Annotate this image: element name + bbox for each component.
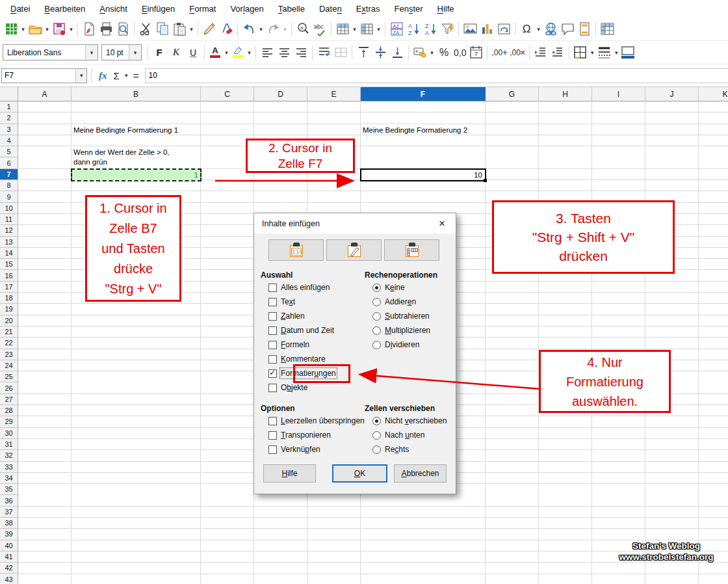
radio-addieren[interactable]: Addieren: [372, 297, 416, 306]
center-vertically-button[interactable]: [372, 44, 389, 62]
formula-input[interactable]: [146, 69, 728, 83]
radio-rechts[interactable]: Rechts: [372, 445, 409, 454]
italic-button[interactable]: K: [168, 44, 185, 62]
name-box-dropdown-arrow[interactable]: ▾: [75, 69, 86, 83]
undo-dropdown-arrow[interactable]: ▾: [257, 26, 265, 33]
row-header-16[interactable]: 16: [0, 270, 18, 281]
paste-formats-only-button[interactable]: [384, 239, 439, 261]
row-header-39[interactable]: 39: [0, 529, 18, 540]
align-center-button[interactable]: [276, 44, 292, 62]
cell-B7[interactable]: 1: [71, 168, 202, 181]
save-dropdown-arrow[interactable]: ▾: [68, 26, 75, 33]
print-preview-button[interactable]: [114, 20, 131, 38]
special-character-button[interactable]: Ω: [518, 20, 535, 38]
comment-button[interactable]: [559, 20, 576, 38]
dialog-titlebar[interactable]: Inhalte einfügen ×: [254, 213, 456, 233]
row-header-36[interactable]: 36: [0, 495, 18, 506]
increase-indent-button[interactable]: [532, 44, 549, 62]
equals-button[interactable]: =: [130, 70, 142, 81]
align-top-button[interactable]: [355, 44, 372, 62]
delete-decimal-button[interactable]: ,00×: [508, 44, 526, 62]
font-name-combobox[interactable]: Liberation Sans ▾: [3, 44, 98, 60]
row-header-21[interactable]: 21: [0, 326, 18, 338]
menu-ansicht[interactable]: Ansicht: [93, 1, 134, 16]
row-header-40[interactable]: 40: [0, 540, 18, 551]
row-header-30[interactable]: 30: [0, 428, 18, 439]
row-header-11[interactable]: 11: [0, 214, 18, 225]
dialog-close-button[interactable]: ×: [428, 213, 456, 233]
checkbox-kommentare[interactable]: Kommentare: [268, 354, 326, 364]
row-header-3[interactable]: 3: [0, 124, 18, 135]
border-style-dropdown-arrow[interactable]: ▾: [613, 49, 620, 56]
copy-button[interactable]: [154, 20, 171, 38]
row-header-20[interactable]: 20: [0, 315, 18, 326]
clone-formatting-button[interactable]: [201, 20, 218, 38]
row-header-43[interactable]: 43: [0, 574, 18, 584]
wrap-text-button[interactable]: [315, 44, 332, 62]
input-line[interactable]: [145, 68, 728, 83]
sort-ascending-button[interactable]: AZ: [405, 20, 422, 38]
redo-button[interactable]: [265, 20, 281, 38]
selection-handle[interactable]: [484, 179, 487, 182]
column-header-B[interactable]: B: [72, 87, 201, 101]
row-header-28[interactable]: 28: [0, 405, 18, 416]
special-character-dropdown-arrow[interactable]: ▾: [535, 26, 542, 33]
cell-B3[interactable]: Meine Bedingte Formatierung 1: [72, 126, 201, 135]
sum-button[interactable]: Σ: [110, 70, 123, 81]
row-header-5[interactable]: 5: [0, 146, 18, 157]
open-button[interactable]: [27, 20, 44, 38]
row-header-2[interactable]: 2: [0, 113, 18, 124]
row-header-6[interactable]: 6: [0, 157, 18, 168]
borders-button[interactable]: [572, 44, 589, 62]
currency-format-button[interactable]: [411, 44, 428, 62]
menu-hilfe[interactable]: Hilfe: [431, 1, 461, 16]
cell-F3[interactable]: Meine Bedingte Formatierung 2: [361, 126, 486, 135]
row-header-17[interactable]: 17: [0, 282, 18, 293]
row-header-12[interactable]: 12: [0, 225, 18, 236]
print-button[interactable]: [98, 20, 114, 38]
font-color-dropdown-arrow[interactable]: ▾: [223, 49, 230, 56]
function-wizard-button[interactable]: fx: [96, 70, 110, 81]
insert-image-button[interactable]: [462, 20, 478, 38]
menu-datei[interactable]: Datei: [4, 1, 36, 16]
column-header-F[interactable]: F: [361, 87, 486, 101]
checkbox-objekte[interactable]: Objekte: [268, 383, 307, 392]
align-bottom-button[interactable]: [389, 44, 406, 62]
row-header-24[interactable]: 24: [0, 360, 18, 371]
menu-bearbeiten[interactable]: Bearbeiten: [38, 1, 92, 16]
column-header-D[interactable]: D: [254, 87, 307, 101]
checkbox-text[interactable]: Text: [268, 297, 295, 306]
row-header-35[interactable]: 35: [0, 484, 18, 495]
find-replace-button[interactable]: a: [294, 20, 311, 38]
help-button[interactable]: Hilfe: [263, 464, 316, 483]
row-header-31[interactable]: 31: [0, 439, 18, 450]
row-header-29[interactable]: 29: [0, 416, 18, 427]
insert-columns-button[interactable]: [358, 20, 375, 38]
font-color-button[interactable]: A: [207, 44, 223, 62]
new-dropdown-arrow[interactable]: ▾: [20, 26, 27, 33]
bold-button[interactable]: F: [151, 44, 168, 62]
checkbox-datum-und-zeit[interactable]: Datum und Zeit: [268, 326, 334, 335]
row-header-4[interactable]: 4: [0, 135, 18, 146]
cell-F7[interactable]: 10: [360, 168, 486, 181]
row-header-42[interactable]: 42: [0, 563, 18, 574]
row-header-10[interactable]: 10: [0, 203, 18, 214]
row-header-1[interactable]: 1: [0, 101, 18, 113]
row-header-18[interactable]: 18: [0, 293, 18, 304]
radio-subtrahieren[interactable]: Subtrahieren: [372, 312, 430, 321]
row-header-22[interactable]: 22: [0, 338, 18, 349]
row-header-23[interactable]: 23: [0, 349, 18, 360]
spelling-button[interactable]: abc: [311, 20, 328, 38]
font-size-combobox[interactable]: 10 pt ▾: [101, 44, 142, 60]
font-name-dropdown-arrow[interactable]: ▾: [85, 45, 98, 60]
menu-vorlagen[interactable]: Vorlagen: [224, 1, 270, 16]
sum-dropdown-arrow[interactable]: ▾: [123, 72, 130, 79]
row-header-32[interactable]: 32: [0, 450, 18, 461]
checkbox-leerzellen-überspringen[interactable]: Leerzellen überspringen: [268, 416, 365, 425]
checkbox-zahlen[interactable]: Zahlen: [268, 312, 305, 321]
cut-button[interactable]: [137, 20, 154, 38]
font-size-dropdown-arrow[interactable]: ▾: [129, 45, 141, 60]
menu-extras[interactable]: Extras: [350, 1, 387, 16]
currency-dropdown-arrow[interactable]: ▾: [428, 49, 436, 56]
row-header-7[interactable]: 7: [0, 169, 18, 180]
